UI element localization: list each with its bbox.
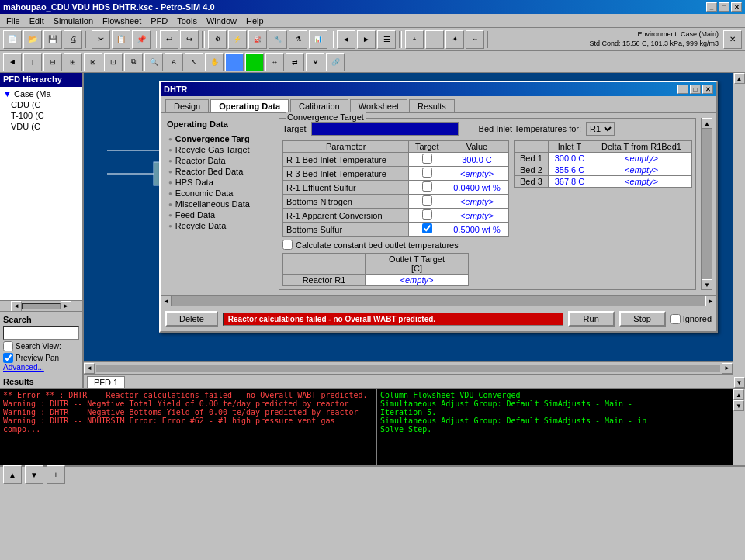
tool2-b1[interactable]: ⊟ — [43, 53, 62, 71]
tool-b4[interactable]: 🔧 — [269, 30, 287, 49]
tool2-b3[interactable]: ⊠ — [84, 53, 102, 71]
minimize-btn[interactable]: _ — [706, 2, 717, 12]
nav-miscellaneous[interactable]: ● Miscellaneous Data — [165, 199, 274, 209]
close-btn[interactable]: ✕ — [731, 2, 742, 12]
close-env-btn[interactable]: ✕ — [723, 30, 742, 49]
target-select[interactable] — [311, 122, 459, 136]
log-vscroll-down[interactable]: ▼ — [733, 400, 744, 411]
dialog-vscroll-up[interactable]: ▲ — [702, 118, 712, 129]
bed-2-inlet[interactable]: 355.6 C — [548, 164, 591, 176]
tool-b2[interactable]: ⚡ — [228, 30, 247, 49]
nav-reactor-bed[interactable]: ● Reactor Bed Data — [165, 166, 274, 177]
check-2[interactable] — [409, 167, 445, 181]
tool-undo[interactable]: ↩ — [160, 30, 178, 49]
tool2-cursor[interactable]: ↖ — [185, 53, 203, 71]
status-btn-3[interactable]: + — [47, 465, 65, 484]
tool-save[interactable]: 💾 — [43, 30, 62, 49]
tool-more4[interactable]: ↔ — [466, 30, 484, 49]
nav-recycle-gas[interactable]: ● Recycle Gas Target — [165, 144, 274, 155]
tool-copy[interactable]: 📋 — [112, 30, 130, 49]
check-3[interactable] — [409, 181, 445, 195]
dialog-maximize-btn[interactable]: □ — [690, 85, 701, 94]
tool-open[interactable]: 📂 — [23, 30, 42, 49]
tool2-color[interactable] — [225, 53, 244, 71]
tool-b6[interactable]: 📊 — [309, 30, 327, 49]
tool-b1[interactable]: ⚙ — [208, 30, 227, 49]
tab-design[interactable]: Design — [165, 99, 209, 112]
cb-param-6[interactable] — [422, 223, 432, 233]
cb-param-5[interactable] — [422, 209, 432, 220]
maximize-btn[interactable]: □ — [719, 2, 729, 12]
nav-hps-data[interactable]: ● HPS Data — [165, 177, 274, 188]
tool2-b7[interactable]: ⛛ — [306, 53, 324, 71]
nav-reactor-data[interactable]: ● Reactor Data — [165, 155, 274, 166]
bed-inlet-select[interactable]: R1 — [586, 122, 615, 136]
menu-tools[interactable]: Tools — [172, 16, 202, 26]
tool-b5[interactable]: ⚗ — [289, 30, 307, 49]
tool2-b8[interactable]: 🔗 — [326, 53, 345, 71]
tool2-sep-v[interactable]: | — [23, 53, 42, 71]
menu-simulation[interactable]: Simulation — [49, 16, 98, 26]
ignored-cb[interactable] — [670, 314, 681, 324]
dialog-vscroll-down[interactable]: ▼ — [702, 279, 712, 290]
menu-file[interactable]: File — [2, 16, 25, 26]
tool2-color2[interactable] — [245, 53, 264, 71]
tool-b3[interactable]: ⛽ — [248, 30, 267, 49]
dialog-vscroll-track[interactable] — [702, 129, 712, 279]
nav-feed-data[interactable]: ● Feed Data — [165, 209, 274, 220]
tool-cut[interactable]: ✂ — [92, 30, 110, 49]
status-btn-1[interactable]: ▲ — [3, 465, 22, 484]
cb-param-4[interactable] — [422, 195, 432, 206]
tool-redo[interactable]: ↪ — [180, 30, 199, 49]
tool2-b5[interactable]: ⧉ — [124, 53, 143, 71]
menu-window[interactable]: Window — [202, 16, 241, 26]
tool-more3[interactable]: ✦ — [445, 30, 464, 49]
cb-param-2[interactable] — [422, 168, 432, 178]
dialog-minimize-btn[interactable]: _ — [677, 85, 688, 94]
tool-paste[interactable]: 📌 — [132, 30, 151, 49]
tool-left[interactable]: ◄ — [337, 30, 355, 49]
log-scrollbar[interactable]: ▲ ▼ — [733, 389, 745, 465]
tool-more1[interactable]: + — [405, 30, 424, 49]
tool2-zoom[interactable]: 🔍 — [144, 53, 163, 71]
tool-new[interactable]: 📄 — [3, 30, 22, 49]
tool2-b6[interactable]: ⇄ — [286, 53, 304, 71]
calc-constant-cb[interactable] — [282, 240, 293, 250]
dialog-hscroll-left[interactable]: ◄ — [161, 296, 172, 306]
delete-button[interactable]: Delete — [165, 311, 218, 327]
check-4[interactable] — [409, 195, 445, 209]
tool2-b2[interactable]: ⊞ — [64, 53, 82, 71]
nav-recycle-data[interactable]: ● Recycle Data — [165, 220, 274, 231]
status-btn-2[interactable]: ▼ — [25, 465, 43, 484]
check-5[interactable] — [409, 209, 445, 223]
stop-button[interactable]: Stop — [619, 311, 666, 327]
nav-economic[interactable]: ● Economic Data — [165, 188, 274, 199]
tool-right[interactable]: ► — [357, 30, 376, 49]
tab-results[interactable]: Results — [409, 99, 455, 112]
menu-help[interactable]: Help — [241, 16, 269, 26]
dialog-close-btn[interactable]: ✕ — [702, 85, 713, 94]
tab-operating-data[interactable]: Operating Data — [210, 99, 289, 112]
cb-param-3[interactable] — [422, 181, 432, 192]
bed-1-inlet[interactable]: 300.0 C — [548, 153, 591, 164]
tool-more2[interactable]: - — [425, 30, 444, 49]
check-1[interactable] — [409, 153, 445, 167]
tool2-nav-left[interactable]: ◄ — [3, 53, 22, 71]
tool2-connect[interactable]: ↔ — [265, 53, 284, 71]
tool2-text[interactable]: A — [165, 53, 183, 71]
tab-calibration[interactable]: Calibration — [290, 99, 348, 112]
menu-flowsheet[interactable]: Flowsheet — [98, 16, 146, 26]
dialog-hscroll-track[interactable] — [172, 296, 705, 306]
tool2-b4[interactable]: ⊡ — [104, 53, 123, 71]
dialog-hscroll-right[interactable]: ► — [705, 296, 716, 306]
reactor-r1-val[interactable]: <empty> — [365, 275, 468, 286]
check-6[interactable] — [409, 223, 445, 237]
tab-worksheet[interactable]: Worksheet — [350, 99, 407, 112]
nav-convergence[interactable]: ● Convergence Targ — [165, 133, 274, 144]
menu-edit[interactable]: Edit — [25, 16, 49, 26]
menu-pfd[interactable]: PFD — [146, 16, 172, 26]
log-vscroll-up[interactable]: ▲ — [733, 389, 744, 400]
bed-3-inlet[interactable]: 367.8 C — [548, 176, 591, 188]
tool-print[interactable]: 🖨 — [64, 30, 82, 49]
run-button[interactable]: Run — [568, 311, 615, 327]
